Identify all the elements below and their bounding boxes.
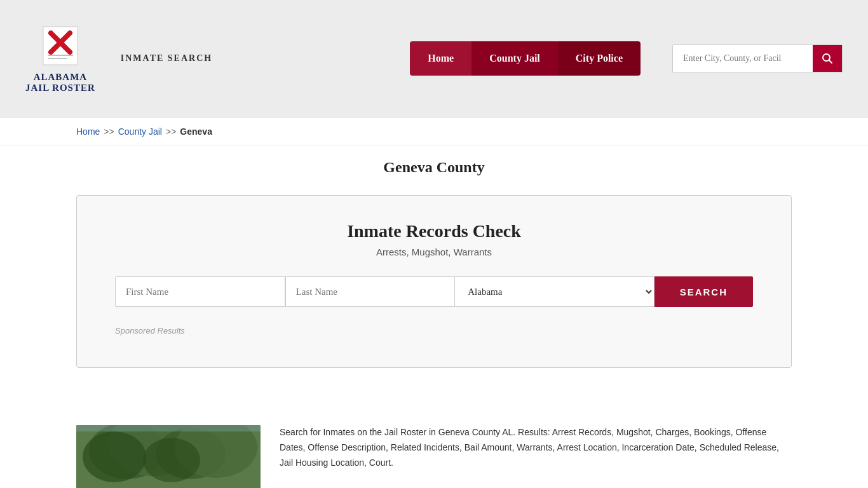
logo-line2: JAIL ROSTER xyxy=(25,83,95,93)
search-icon xyxy=(822,53,833,64)
header-search-area xyxy=(672,44,843,72)
svg-rect-12 xyxy=(76,425,261,431)
logo-icon xyxy=(38,24,83,68)
breadcrumb-sep-1: >> xyxy=(104,126,114,137)
svg-point-8 xyxy=(83,431,146,482)
main-content: Geneva County Inmate Records Check Arres… xyxy=(0,146,868,412)
main-nav: Home County Jail City Police xyxy=(410,41,641,76)
sponsored-label: Sponsored Results xyxy=(115,326,753,336)
logo-line1: ALABAMA xyxy=(25,72,95,83)
bottom-section: Search for Inmates on the Jail Roster in… xyxy=(0,412,868,488)
breadcrumb: Home >> County Jail >> Geneva xyxy=(76,126,792,137)
site-header: ALABAMA JAIL ROSTER INMATE SEARCH Home C… xyxy=(0,0,868,118)
search-button[interactable]: SEARCH xyxy=(654,276,753,307)
breadcrumb-county-jail[interactable]: County Jail xyxy=(118,126,162,137)
nav-city-police-button[interactable]: City Police xyxy=(558,41,641,76)
nav-county-jail-button[interactable]: County Jail xyxy=(471,41,558,76)
last-name-input[interactable] xyxy=(285,276,456,307)
state-select[interactable]: AlabamaAlaskaArizonaArkansasCaliforniaCo… xyxy=(455,276,654,307)
nav-home-button[interactable]: Home xyxy=(410,41,471,76)
bottom-description: Search for Inmates on the Jail Roster in… xyxy=(280,425,792,488)
location-image xyxy=(76,425,261,488)
breadcrumb-sep-2: >> xyxy=(166,126,176,137)
inmate-search-label: INMATE SEARCH xyxy=(121,53,212,64)
site-logo[interactable]: ALABAMA JAIL ROSTER xyxy=(25,24,95,93)
breadcrumb-home[interactable]: Home xyxy=(76,126,100,137)
records-title: Inmate Records Check xyxy=(115,221,753,241)
records-check-box: Inmate Records Check Arrests, Mugshot, W… xyxy=(76,195,792,368)
tree-illustration xyxy=(76,425,261,488)
records-subtitle: Arrests, Mugshot, Warrants xyxy=(115,247,753,257)
breadcrumb-bar: Home >> County Jail >> Geneva xyxy=(0,118,868,146)
header-search-input[interactable] xyxy=(673,46,813,71)
first-name-input[interactable] xyxy=(115,276,285,307)
header-search-button[interactable] xyxy=(813,45,842,72)
breadcrumb-current: Geneva xyxy=(180,126,212,137)
svg-line-4 xyxy=(829,60,832,64)
inmate-search-form: AlabamaAlaskaArizonaArkansasCaliforniaCo… xyxy=(115,276,753,307)
logo-text: ALABAMA JAIL ROSTER xyxy=(25,72,95,93)
svg-point-11 xyxy=(143,438,200,482)
page-title: Geneva County xyxy=(76,159,792,176)
